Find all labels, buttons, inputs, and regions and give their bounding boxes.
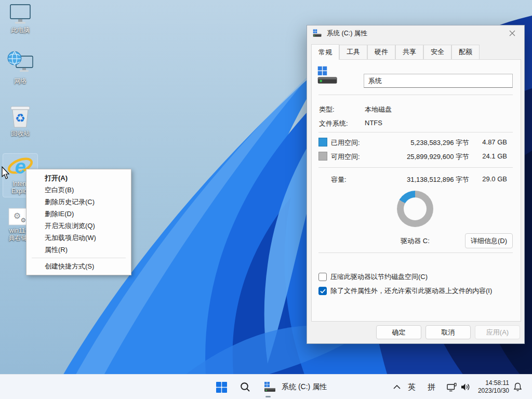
volume-name-input[interactable] <box>364 74 513 88</box>
notifications-button[interactable] <box>508 378 527 396</box>
type-value: 本地磁盘 <box>365 105 392 114</box>
desktop-icon-network[interactable]: 网络 <box>3 51 37 85</box>
tab-0[interactable]: 常规 <box>311 44 339 60</box>
svg-text:⚙: ⚙ <box>14 211 21 220</box>
compress-checkbox-row[interactable]: 压缩此驱动器以节约磁盘空间(C) <box>318 272 428 282</box>
desktop-icon-label: 网络 <box>14 77 26 85</box>
menu-item[interactable]: 无加载项启动(W) <box>26 232 131 244</box>
filesystem-label: 文件系统: <box>319 119 348 128</box>
ime-mode-indicator[interactable]: 拼 <box>428 375 435 399</box>
details-button[interactable]: 详细信息(D) <box>465 233 513 248</box>
drive-properties-dialog: 系统 (C:) 属性 常规工具硬件共享安全配额 类型: 本地磁盘 文件系统: N… <box>307 25 525 344</box>
network-icon <box>447 383 457 392</box>
bell-icon <box>513 382 522 392</box>
volume-tray-button[interactable] <box>456 378 475 396</box>
free-space-swatch <box>318 152 327 161</box>
used-space-size: 4.87 GB <box>482 138 507 146</box>
network-icon <box>7 51 34 76</box>
tray-date: 2023/10/30 <box>478 387 509 395</box>
compress-checkbox[interactable] <box>318 273 327 281</box>
svg-text:♻: ♻ <box>15 112 25 125</box>
ime-language-indicator[interactable]: 英 <box>408 375 416 399</box>
disk-usage-donut-chart <box>397 191 433 227</box>
chevron-up-icon <box>393 385 401 389</box>
running-app-indicator <box>265 396 271 397</box>
dialog-titlebar[interactable]: 系统 (C:) 属性 <box>307 25 524 41</box>
drive-icon <box>317 66 339 85</box>
capacity-label: 容量: <box>331 175 347 184</box>
free-space-bytes: 25,899,929,600 字节 <box>407 152 469 162</box>
ie-context-menu: 打开(A)空白页(B)删除历史记录(C)删除IE(D)开启无痕浏览(Q)无加载项… <box>26 169 131 275</box>
tab-3[interactable]: 共享 <box>395 45 423 59</box>
filesystem-value: NTFS <box>365 119 382 127</box>
used-space-bytes: 5,238,583,296 字节 <box>410 138 469 148</box>
search-button[interactable] <box>236 378 255 396</box>
capacity-bytes: 31,138,512,896 字节 <box>407 175 469 184</box>
tray-clock[interactable]: 14:58:11 2023/10/30 <box>478 375 509 399</box>
used-space-swatch <box>318 138 327 147</box>
speaker-icon <box>460 383 471 391</box>
free-space-size: 24.1 GB <box>482 152 507 160</box>
menu-item[interactable]: 属性(R) <box>26 244 131 256</box>
menu-separator <box>32 258 126 258</box>
used-space-label: 已用空间: <box>331 138 360 148</box>
mouse-cursor <box>1 166 10 180</box>
search-icon <box>240 382 250 392</box>
menu-item[interactable]: 打开(A) <box>26 172 131 184</box>
desktop-icon-recycle-bin[interactable]: ♻ 回收站 <box>3 104 37 137</box>
start-button[interactable] <box>212 378 231 396</box>
type-label: 类型: <box>319 105 335 114</box>
menu-item[interactable]: 删除历史记录(C) <box>26 196 131 208</box>
tab-2[interactable]: 硬件 <box>367 45 395 59</box>
taskbar-app-label: 系统 (C:) 属性 <box>282 382 327 392</box>
menu-item[interactable]: 创建快捷方式(S) <box>26 260 131 272</box>
index-checkbox[interactable] <box>318 287 327 295</box>
general-tab-panel: 类型: 本地磁盘 文件系统: NTFS 已用空间: 5,238,583,296 … <box>311 59 521 322</box>
tab-5[interactable]: 配额 <box>451 45 480 59</box>
drive-icon <box>264 382 276 392</box>
compress-checkbox-label: 压缩此驱动器以节约磁盘空间(C) <box>330 272 428 282</box>
desktop-icon-label: 此电脑 <box>11 26 30 34</box>
separator <box>318 132 513 132</box>
recycle-bin-icon: ♻ <box>9 104 32 128</box>
taskbar: 系统 (C:) 属性 英 拼 14:58:11 2023/10/30 <box>0 374 532 399</box>
menu-item[interactable]: 删除IE(D) <box>26 208 131 220</box>
svg-text:e: e <box>15 156 25 178</box>
dialog-buttons: 确定 取消 应用(A) <box>376 325 520 339</box>
desktop-icon-this-pc[interactable]: 此电脑 <box>3 4 37 34</box>
drive-caption: 驱动器 C: <box>374 236 457 246</box>
this-pc-icon <box>9 4 32 25</box>
svg-text:⚙: ⚙ <box>21 217 26 224</box>
close-icon[interactable] <box>503 27 521 39</box>
taskbar-app-drive-properties[interactable]: 系统 (C:) 属性 <box>259 378 332 396</box>
apply-button[interactable]: 应用(A) <box>475 325 520 339</box>
tray-expand-button[interactable] <box>388 378 406 396</box>
cancel-button[interactable]: 取消 <box>425 325 471 339</box>
windows-logo-icon <box>216 382 227 393</box>
ok-button[interactable]: 确定 <box>376 325 421 339</box>
tab-4[interactable]: 安全 <box>423 45 451 59</box>
menu-item[interactable]: 空白页(B) <box>26 184 131 196</box>
tray-time: 14:58:11 <box>485 379 509 387</box>
dialog-title: 系统 (C:) 属性 <box>327 29 367 38</box>
drive-icon <box>313 29 322 37</box>
index-checkbox-label: 除了文件属性外，还允许索引此驱动器上文件的内容(I) <box>330 286 492 296</box>
menu-item[interactable]: 开启无痕浏览(Q) <box>26 220 131 232</box>
separator <box>318 95 513 95</box>
separator <box>318 252 513 253</box>
index-checkbox-row[interactable]: 除了文件属性外，还允许索引此驱动器上文件的内容(I) <box>318 286 492 296</box>
desktop-icon-label: 回收站 <box>11 130 30 137</box>
capacity-size: 29.0 GB <box>482 175 507 183</box>
desktop: 此电脑 网络 ♻ 回收站 e <box>0 0 532 399</box>
dialog-tabs: 常规工具硬件共享安全配额 <box>311 46 520 59</box>
separator <box>318 167 513 168</box>
tab-1[interactable]: 工具 <box>339 45 367 59</box>
free-space-label: 可用空间: <box>331 152 360 162</box>
